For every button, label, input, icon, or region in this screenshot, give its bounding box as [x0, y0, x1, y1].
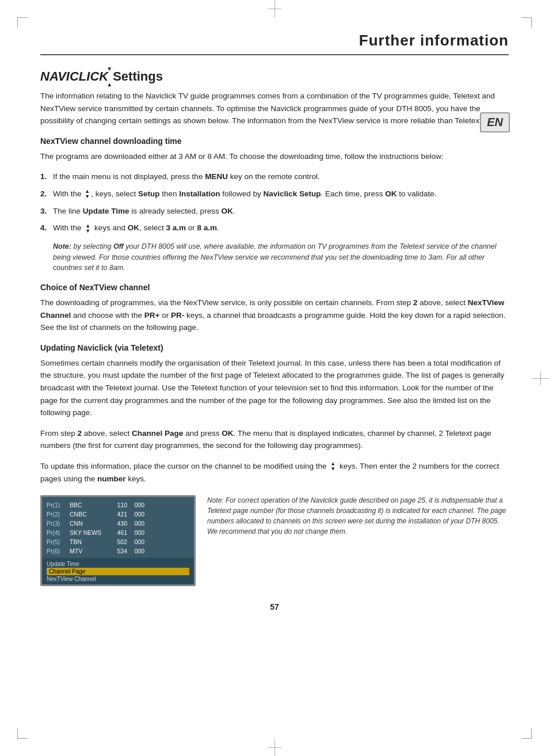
tv-ch-zero: 000: [127, 548, 144, 554]
tv-ch-label: Pr(6): [47, 548, 70, 554]
step-num-3: 3.: [40, 205, 53, 218]
tv-ch-num: 461: [107, 529, 127, 536]
corner-mark-tl: [17, 17, 28, 28]
tv-ch-label: Pr(2): [47, 511, 70, 518]
tv-footer-nextview-channel: NexTView Channel: [47, 575, 189, 583]
tv-ch-zero: 000: [127, 511, 144, 518]
tv-footer-label: Update Time: [47, 561, 79, 567]
tv-ch-label: Pr(4): [47, 529, 70, 536]
tv-note: Note: For correct operation of the Navic…: [207, 495, 509, 537]
tv-ch-zero: 000: [127, 520, 144, 527]
crosshair-bottom: [268, 739, 281, 756]
tv-ch-label: Pr(5): [47, 538, 70, 545]
step-content-3: The line Update Time is already selected…: [53, 205, 509, 218]
tv-ch-num: 502: [107, 538, 127, 545]
corner-mark-br: [521, 728, 532, 739]
click-text: CLICK▼▲: [70, 69, 108, 84]
tv-ch-label: Pr(1): [47, 502, 70, 508]
step-content-4: With the ▲▼ keys and OK, select 3 a.m or…: [53, 222, 509, 234]
tv-ch-zero: 000: [127, 538, 144, 545]
tv-ch-num: 421: [107, 511, 127, 518]
updating-heading: Updating Naviclick (via Teletext): [40, 343, 509, 352]
updating-body3: To update this information, place the cu…: [40, 460, 509, 485]
page-title: Further information: [40, 32, 509, 55]
tv-ch-zero: 000: [127, 529, 144, 536]
tv-ch-zero: 000: [127, 502, 144, 508]
tv-ch-name: CNBC: [70, 511, 107, 518]
nextview-note: Note: by selecting Off your DTH 8005 wil…: [53, 241, 509, 273]
nextview-time-heading: NexTView channel downloading time: [40, 136, 509, 146]
step-num-2: 2.: [40, 188, 53, 200]
tv-ch-name: CNN: [70, 520, 107, 527]
channel-choice-heading: Choice of NexTView channel: [40, 283, 509, 292]
tv-footer-channel-page: Channel Page: [47, 568, 189, 575]
steps-list: 1. If the main menu is not displayed, pr…: [40, 170, 509, 234]
tv-screen-section: Pr(1) BBC 110 000 Pr(2) CNBC 421 000 Pr(…: [40, 495, 509, 586]
tv-row-4: Pr(4) SKY NEWS 461 000: [42, 528, 194, 537]
updating-body1: Sometimes certain channels modify the or…: [40, 357, 509, 419]
tv-ch-num: 430: [107, 520, 127, 527]
channel-choice-body: The downloading of programmes, via the N…: [40, 297, 509, 334]
en-badge: EN: [480, 112, 510, 132]
corner-mark-bl: [17, 728, 28, 739]
tv-row-2: Pr(2) CNBC 421 000: [42, 510, 194, 519]
page-container: EN Further information NAVICLICK▼▲ Setti…: [0, 0, 549, 756]
tv-screen: Pr(1) BBC 110 000 Pr(2) CNBC 421 000 Pr(…: [40, 495, 196, 586]
crosshair-right: [532, 371, 549, 385]
updating-body2: From step 2 above, select Channel Page a…: [40, 427, 509, 452]
page-number: 57: [0, 602, 549, 611]
tv-row-5: Pr(5) TBN 502 000: [42, 537, 194, 546]
step-num-1: 1.: [40, 170, 53, 183]
list-item: 4. With the ▲▼ keys and OK, select 3 a.m…: [40, 222, 509, 234]
tv-ch-num: 110: [107, 502, 127, 508]
tv-screen-inner: Pr(1) BBC 110 000 Pr(2) CNBC 421 000 Pr(…: [42, 497, 194, 557]
content-area: NAVICLICK▼▲ Settings The information rel…: [0, 69, 549, 586]
tv-footer-update-time: Update Time: [47, 560, 189, 568]
tv-footer-label-2: NexTView Channel: [47, 576, 96, 582]
corner-mark-tr: [521, 17, 532, 28]
step-content-1: If the main menu is not displayed, press…: [53, 170, 509, 183]
list-item: 2. With the ▲▼, keys, select Setup then …: [40, 188, 509, 200]
tv-row-6: Pr(6) MTV 534 000: [42, 546, 194, 556]
intro-paragraph: The information relating to the Naviclic…: [40, 90, 509, 127]
step-content-2: With the ▲▼, keys, select Setup then Ins…: [53, 188, 509, 200]
tv-ch-name: MTV: [70, 548, 107, 554]
tv-ch-num: 534: [107, 548, 127, 554]
tv-row-3: Pr(3) CNN 430 000: [42, 519, 194, 528]
crosshair-top: [268, 0, 281, 17]
tv-footer: Update Time Channel Page NexTView Channe…: [42, 558, 194, 584]
nextview-time-body: The programs are downloaded either at 3 …: [40, 150, 509, 163]
tv-row-1: Pr(1) BBC 110 000: [42, 500, 194, 510]
tv-footer-label-selected: Channel Page: [49, 568, 85, 575]
step-num-4: 4.: [40, 222, 53, 234]
tv-ch-name: BBC: [70, 502, 107, 508]
list-item: 1. If the main menu is not displayed, pr…: [40, 170, 509, 183]
tv-ch-label: Pr(3): [47, 520, 70, 527]
tv-ch-name: SKY NEWS: [70, 529, 107, 536]
settings-title: Settings: [113, 69, 163, 84]
tv-ch-name: TBN: [70, 538, 107, 545]
navi-text: NAVI: [40, 69, 70, 84]
list-item: 3. The line Update Time is already selec…: [40, 205, 509, 218]
navi-click-logo: NAVICLICK▼▲: [40, 69, 108, 84]
navi-settings-heading: NAVICLICK▼▲ Settings: [40, 69, 509, 84]
